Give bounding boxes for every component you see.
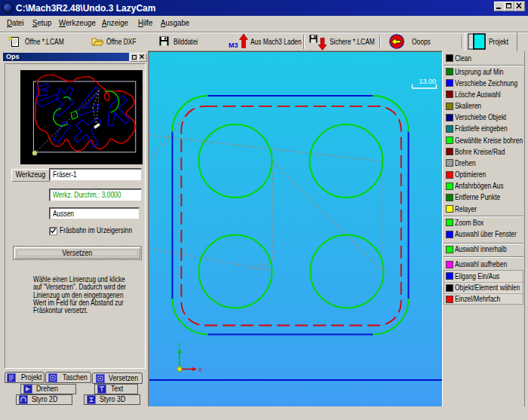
svg-text:X: X [198,366,203,373]
svg-text:Y: Y [177,342,182,348]
svg-text:13.00: 13.00 [419,78,436,85]
